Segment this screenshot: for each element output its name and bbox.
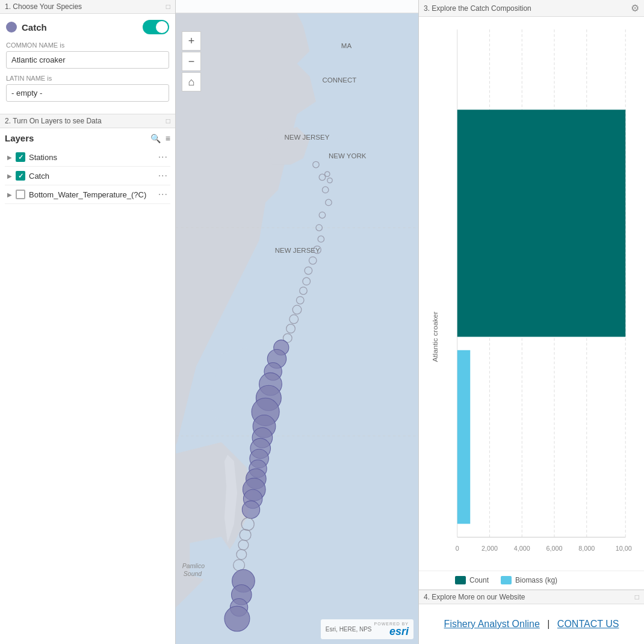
biomass-legend-item: Biomass (kg): [501, 576, 557, 584]
right-panel: 3. Explore the Catch Composition ⚙: [418, 0, 644, 644]
list-item: ▶ ✓ Stations ···: [5, 148, 170, 167]
map-panel[interactable]: MA CONNECT NEW JERSEY NEW YORK NEW JERSE…: [176, 0, 418, 644]
list-item: ▶ ✓ Catch ···: [5, 167, 170, 185]
list-item: ▶ Bottom_Water_Temperature_(?C) ···: [5, 185, 170, 204]
section1-title: 1. Choose Your Species: [5, 2, 82, 11]
count-bar: [457, 110, 626, 336]
map-controls: + − ⌂: [182, 31, 201, 91]
count-legend-label: Count: [469, 576, 489, 584]
svg-text:0: 0: [456, 545, 459, 552]
section1-content: Catch COMMON NAME is Atlantic croaker LA…: [0, 14, 175, 114]
left-panel: 1. Choose Your Species □ Catch COMMON NA…: [0, 0, 176, 644]
check-icon: ✓: [18, 172, 23, 180]
section1-header: 1. Choose Your Species □: [0, 0, 175, 14]
svg-text:Sound: Sound: [184, 571, 202, 577]
section4: 4. Explore More on our Website □ Fishery…: [419, 589, 644, 644]
svg-text:Pamlico: Pamlico: [182, 563, 205, 569]
svg-text:CONNECT: CONNECT: [322, 76, 356, 84]
layers-header: Layers 🔍 ≡: [5, 133, 170, 143]
common-name-value[interactable]: Atlantic croaker: [6, 51, 169, 69]
catch-toggle[interactable]: [143, 20, 169, 34]
latin-name-label: LATIN NAME is: [6, 75, 169, 82]
chart-legend: Count Biomass (kg): [419, 571, 644, 589]
esri-logo: POWERED BY esri: [374, 622, 409, 637]
temp-more-icon[interactable]: ···: [158, 189, 168, 200]
link-separator: |: [547, 619, 550, 629]
map-attribution-text: Esri, HERE, NPS: [326, 626, 372, 633]
section2-content: Layers 🔍 ≡ ▶ ✓ Stations ··· ▶ ✓ Catch ··…: [0, 128, 175, 644]
section2-title: 2. Turn On Layers to see Data: [5, 117, 102, 125]
section4-collapse-icon[interactable]: □: [635, 593, 639, 601]
layers-icons: 🔍 ≡: [150, 134, 170, 143]
check-icon: ✓: [18, 153, 23, 161]
stations-checkbox[interactable]: ✓: [16, 152, 25, 162]
temp-checkbox[interactable]: [16, 190, 25, 199]
section2-collapse-icon[interactable]: □: [166, 117, 170, 125]
svg-text:MA: MA: [341, 42, 352, 49]
temp-layer-label: Bottom_Water_Temperature_(?C): [29, 190, 155, 199]
fishery-analyst-link[interactable]: Fishery Analyst Online: [444, 619, 540, 629]
svg-text:8,000: 8,000: [578, 545, 595, 552]
home-button[interactable]: ⌂: [182, 72, 201, 91]
esri-text: Esri, HERE, NPS: [326, 626, 372, 633]
biomass-legend-box: [501, 576, 512, 584]
contact-us-link[interactable]: CONTACT US: [557, 619, 619, 629]
map-svg: MA CONNECT NEW JERSEY NEW YORK NEW JERSE…: [176, 13, 418, 644]
count-legend-box: [455, 576, 466, 584]
esri-attribution: Esri, HERE, NPS POWERED BY esri: [321, 619, 413, 639]
layer-expand-catch[interactable]: ▶: [7, 173, 12, 179]
zoom-in-button[interactable]: +: [182, 31, 201, 51]
svg-text:Atlantic croaker: Atlantic croaker: [432, 312, 440, 362]
chart-title: 3. Explore the Catch Composition: [424, 4, 531, 13]
layer-expand-stations[interactable]: ▶: [7, 154, 12, 161]
website-links: Fishery Analyst Online | CONTACT US: [424, 609, 639, 639]
section1-collapse-icon[interactable]: □: [166, 2, 170, 11]
svg-text:4,000: 4,000: [514, 545, 530, 552]
map-header: [176, 0, 418, 13]
catch-checkbox[interactable]: ✓: [16, 171, 25, 181]
layer-expand-temp[interactable]: ▶: [7, 191, 12, 198]
stations-label: Stations: [29, 153, 155, 162]
zoom-out-button[interactable]: −: [182, 52, 201, 71]
svg-text:10,000: 10,000: [616, 545, 632, 552]
svg-text:6,000: 6,000: [546, 545, 563, 552]
search-icon[interactable]: 🔍: [150, 134, 161, 143]
biomass-legend-label: Biomass (kg): [515, 576, 557, 584]
svg-text:2,000: 2,000: [481, 545, 498, 552]
biomass-bar: [457, 350, 471, 524]
svg-text:NEW JERSEY: NEW JERSEY: [285, 134, 330, 141]
svg-text:NEW YORK: NEW YORK: [329, 152, 367, 159]
catch-layer-label: Catch: [29, 172, 155, 181]
settings-icon[interactable]: ⚙: [631, 2, 639, 14]
filter-icon[interactable]: ≡: [166, 134, 170, 143]
svg-point-43: [242, 501, 259, 518]
esri-brand-text: esri: [374, 626, 409, 637]
catch-label-row: Catch: [6, 22, 47, 33]
layers-title: Layers: [5, 133, 34, 143]
map-container: MA CONNECT NEW JERSEY NEW YORK NEW JERSE…: [176, 13, 418, 644]
count-legend-item: Count: [455, 576, 489, 584]
latin-name-value[interactable]: - empty -: [6, 84, 169, 102]
chart-section: 3. Explore the Catch Composition ⚙: [419, 0, 644, 589]
section4-header: 4. Explore More on our Website □: [419, 590, 644, 604]
chart-header: 3. Explore the Catch Composition ⚙: [419, 0, 644, 17]
catch-label: Catch: [22, 22, 47, 33]
common-name-label: COMMON NAME is: [6, 42, 169, 49]
stations-more-icon[interactable]: ···: [158, 152, 168, 163]
section2-header: 2. Turn On Layers to see Data □: [0, 114, 175, 128]
toggle-knob: [156, 21, 168, 33]
catch-more-icon[interactable]: ···: [158, 170, 168, 181]
catch-row: Catch: [6, 20, 169, 34]
section4-title: 4. Explore More on our Website: [424, 593, 525, 601]
chart-svg: Atlantic croaker 0 2,000 4,000 6,000 8,0…: [425, 23, 632, 571]
catch-dot-icon: [6, 22, 17, 33]
svg-point-52: [224, 606, 250, 631]
